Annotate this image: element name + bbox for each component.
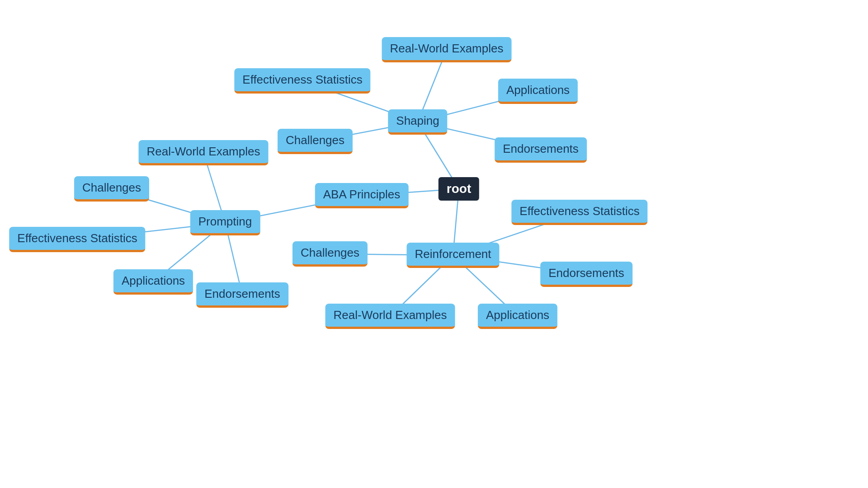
node-shaping-endorsements[interactable]: Endorsements [495,137,587,163]
node-reinforcement-challenges[interactable]: Challenges [292,241,368,267]
node-reinforcement-endorsements[interactable]: Endorsements [540,262,632,287]
node-reinforcement-realworld[interactable]: Real-World Examples [326,304,455,329]
node-prompting-realworld[interactable]: Real-World Examples [139,140,269,165]
node-reinforcement[interactable]: Reinforcement [406,243,499,268]
node-prompting-applications[interactable]: Applications [113,269,193,295]
node-aba[interactable]: ABA Principles [315,183,409,208]
node-root[interactable]: root [439,177,479,201]
node-prompting-effectiveness[interactable]: Effectiveness Statistics [9,227,145,252]
node-shaping-challenges[interactable]: Challenges [278,129,353,154]
mindmap-canvas: rootShapingABA PrinciplesPromptingReinfo… [0,0,868,488]
node-shaping-realworld[interactable]: Real-World Examples [382,37,512,62]
node-shaping-effectiveness[interactable]: Effectiveness Statistics [234,68,370,94]
node-prompting[interactable]: Prompting [190,210,260,235]
node-reinforcement-applications[interactable]: Applications [478,304,557,329]
node-prompting-endorsements[interactable]: Endorsements [196,282,288,308]
node-shaping-applications[interactable]: Applications [498,79,578,104]
node-prompting-challenges[interactable]: Challenges [74,176,149,202]
node-reinforcement-effectiveness[interactable]: Effectiveness Statistics [511,200,647,225]
node-shaping[interactable]: Shaping [388,109,447,135]
